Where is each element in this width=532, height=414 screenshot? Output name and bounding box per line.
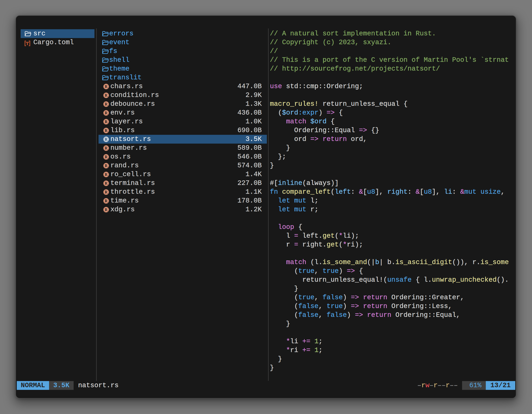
svg-text:R: R (105, 164, 108, 168)
svg-text:R: R (105, 207, 108, 212)
svg-text:R: R (105, 137, 108, 142)
svg-text:R: R (105, 146, 108, 150)
svg-text:R: R (105, 199, 108, 203)
svg-text:R: R (105, 84, 108, 89)
svg-text:R: R (105, 181, 108, 185)
svg-text:R: R (105, 190, 108, 194)
svg-text:R: R (105, 102, 108, 106)
svg-text:R: R (105, 93, 108, 97)
svg-text:R: R (105, 119, 108, 124)
svg-text:R: R (105, 111, 108, 115)
svg-text:R: R (105, 128, 108, 133)
svg-text:R: R (105, 155, 108, 159)
svg-text:R: R (105, 172, 108, 177)
